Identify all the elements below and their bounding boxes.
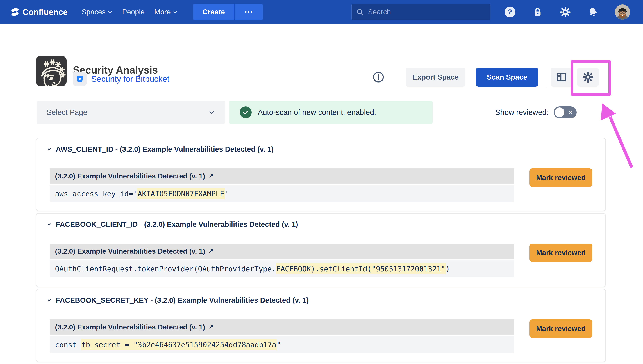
- space-avatar: [36, 56, 67, 86]
- code-snippet: aws_access_key_id='AKIAIO5FODNN7EXAMPLE': [55, 190, 229, 198]
- show-reviewed-control: Show reviewed: ✕: [495, 101, 577, 124]
- question-glyph: ?: [508, 8, 512, 16]
- source-page-title: (3.2.0) Example Vulnerabilities Detected…: [55, 172, 205, 180]
- permissions-lock-button[interactable]: [532, 6, 543, 18]
- toggle-x-icon: ✕: [568, 109, 573, 116]
- card-title: FACEBOOK_SECRET_KEY - (3.2.0) Example Vu…: [56, 296, 309, 304]
- vulnerability-card: FACEBOOK_SECRET_KEY - (3.2.0) Example Vu…: [36, 289, 606, 362]
- card-collapse-header[interactable]: FACEBOOK_CLIENT_ID - (3.2.0) Example Vul…: [47, 219, 595, 230]
- bitbucket-badge: [73, 72, 87, 86]
- collapse-chevron-icon: [47, 146, 52, 152]
- secret-highlight: fb_secret = "3b2e464637e5159024254dd78aa…: [81, 339, 277, 350]
- export-space-button[interactable]: Export Space: [406, 68, 465, 87]
- collapse-chevron-icon: [47, 297, 52, 303]
- external-link-icon: ↗: [208, 247, 214, 254]
- source-page-header[interactable]: (3.2.0) Example Vulnerabilities Detected…: [50, 320, 514, 335]
- top-navbar: Confluence Spaces People More Create •••: [0, 0, 643, 24]
- create-button[interactable]: Create: [193, 4, 234, 20]
- vulnerability-card: AWS_CLIENT_ID - (3.2.0) Example Vulnerab…: [36, 138, 606, 211]
- collapse-chevron-icon: [47, 222, 52, 227]
- card-collapse-header[interactable]: FACEBOOK_SECRET_KEY - (3.2.0) Example Vu…: [47, 295, 595, 306]
- code-row: OAuthClientRequest.tokenProvider(OAuthPr…: [50, 260, 514, 277]
- mark-reviewed-button[interactable]: Mark reviewed: [529, 168, 592, 187]
- nav-item-label: People: [122, 8, 145, 16]
- show-reviewed-label: Show reviewed:: [495, 108, 548, 117]
- lock-icon: [532, 7, 543, 17]
- source-page-title: (3.2.0) Example Vulnerabilities Detected…: [55, 323, 205, 331]
- code-snippet: const fb_secret = "3b2e464637e5159024254…: [55, 341, 281, 349]
- card-title: AWS_CLIENT_ID - (3.2.0) Example Vulnerab…: [56, 145, 274, 153]
- gear-icon: [560, 7, 571, 18]
- bell-icon: [587, 7, 598, 18]
- select-page-dropdown[interactable]: Select Page: [37, 101, 225, 124]
- space-settings-button[interactable]: [577, 68, 598, 87]
- chevron-down-icon: [208, 109, 215, 116]
- autoscan-message: Auto-scan of new content: enabled.: [258, 108, 376, 117]
- space-link[interactable]: Security for Bitbucket: [91, 74, 169, 84]
- nav-item-label: More: [154, 8, 171, 16]
- external-link-icon: ↗: [208, 323, 214, 330]
- help-icon: ?: [504, 7, 515, 18]
- nav-menu: Spaces People More: [82, 8, 178, 16]
- code-suffix: ": [277, 341, 281, 349]
- code-suffix: ': [225, 190, 229, 198]
- code-suffix: ): [445, 265, 450, 273]
- mark-reviewed-button[interactable]: Mark reviewed: [529, 320, 592, 338]
- card-collapse-header[interactable]: AWS_CLIENT_ID - (3.2.0) Example Vulnerab…: [47, 144, 595, 154]
- nav-icon-group: ?: [504, 4, 630, 20]
- gear-icon: [582, 71, 594, 83]
- code-row: const fb_secret = "3b2e464637e5159024254…: [50, 336, 514, 353]
- card-title: FACEBOOK_CLIENT_ID - (3.2.0) Example Vul…: [56, 220, 298, 228]
- vulnerability-card: FACEBOOK_CLIENT_ID - (3.2.0) Example Vul…: [36, 213, 606, 287]
- code-prefix: aws_access_key_id=': [55, 190, 137, 198]
- show-reviewed-toggle[interactable]: ✕: [554, 106, 577, 118]
- nav-item-people[interactable]: People: [122, 8, 145, 16]
- autoscan-banner: Auto-scan of new content: enabled.: [229, 101, 433, 124]
- code-prefix: const: [55, 341, 81, 349]
- search-icon: [356, 8, 364, 16]
- secret-highlight: AKIAIO5FODNN7EXAMPLE: [137, 188, 225, 199]
- sidebar-layout-icon: [556, 72, 567, 83]
- code-row: aws_access_key_id='AKIAIO5FODNN7EXAMPLE': [50, 185, 514, 202]
- divider: [546, 68, 546, 87]
- user-avatar[interactable]: [615, 4, 630, 20]
- overflow-menu-button[interactable]: •••: [235, 4, 263, 20]
- help-button[interactable]: ?: [504, 6, 516, 18]
- search-input[interactable]: [368, 8, 486, 16]
- sidebar-layout-button[interactable]: [551, 68, 572, 87]
- search-box[interactable]: [351, 4, 490, 20]
- source-page-title: (3.2.0) Example Vulnerabilities Detected…: [55, 247, 205, 255]
- chevron-down-icon: [108, 10, 112, 14]
- notifications-button[interactable]: [587, 6, 599, 18]
- nav-item-more[interactable]: More: [154, 8, 178, 16]
- info-icon[interactable]: [373, 71, 384, 83]
- scan-space-button[interactable]: Scan Space: [476, 68, 538, 87]
- source-page-header[interactable]: (3.2.0) Example Vulnerabilities Detected…: [50, 168, 514, 184]
- bitbucket-icon: [76, 75, 84, 83]
- nav-item-label: Spaces: [82, 8, 106, 16]
- mark-reviewed-button[interactable]: Mark reviewed: [529, 244, 592, 262]
- toggle-knob: [555, 108, 564, 117]
- brand-title: Confluence: [23, 7, 68, 17]
- check-circle-icon: [240, 106, 252, 118]
- confluence-home-link[interactable]: Confluence: [10, 7, 68, 17]
- code-prefix: OAuthClientRequest.tokenProvider(OAuthPr…: [55, 265, 276, 273]
- select-page-label: Select Page: [47, 108, 88, 117]
- chevron-down-icon: [173, 10, 178, 14]
- space-subtitle-row: Security for Bitbucket: [73, 72, 169, 86]
- divider: [399, 68, 399, 87]
- nav-item-spaces[interactable]: Spaces: [82, 8, 112, 16]
- code-snippet: OAuthClientRequest.tokenProvider(OAuthPr…: [55, 265, 450, 273]
- source-page-header[interactable]: (3.2.0) Example Vulnerabilities Detected…: [50, 244, 514, 259]
- secret-highlight: FACEBOOK).setClientId("950513172001321": [276, 263, 445, 274]
- external-link-icon: ↗: [208, 172, 214, 179]
- confluence-logo-icon: [10, 7, 20, 17]
- admin-settings-button[interactable]: [559, 6, 571, 18]
